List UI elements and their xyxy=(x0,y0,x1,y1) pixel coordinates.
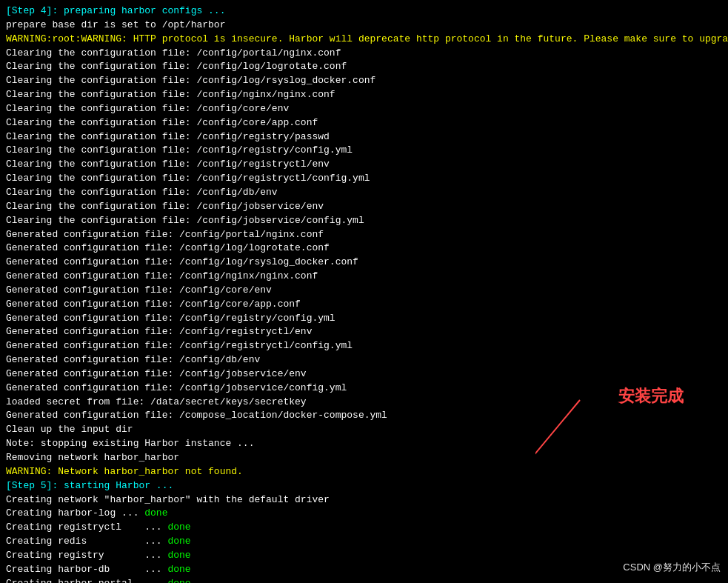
terminal-line: Generated configuration file: /config/db… xyxy=(6,353,722,367)
annotation-text: 安装完成 xyxy=(618,385,684,407)
terminal-line: Generated configuration file: /config/re… xyxy=(6,339,722,353)
terminal-line: WARNING: Network harbor_harbor not found… xyxy=(6,465,722,479)
terminal-line: Creating network "harbor_harbor" with th… xyxy=(6,493,722,507)
terminal-line: Generated configuration file: /config/ng… xyxy=(6,270,722,284)
terminal-line: [Step 4]: preparing harbor configs ... xyxy=(6,4,722,19)
terminal-line: Creating harbor-portal ... done xyxy=(6,577,722,583)
terminal-line: Generated configuration file: /config/po… xyxy=(6,228,722,242)
terminal-line: Creating redis ... done xyxy=(6,535,722,549)
terminal-line: Clearing the configuration file: /config… xyxy=(6,74,722,88)
terminal-line: Generated configuration file: /config/co… xyxy=(6,298,722,312)
terminal-line: Clearing the configuration file: /config… xyxy=(6,130,722,144)
watermark: CSDN @努力的小不点 xyxy=(623,561,721,574)
terminal-line: Creating harbor-db ... done xyxy=(6,563,722,577)
terminal-line: prepare base dir is set to /opt/harbor xyxy=(6,19,722,33)
terminal-line: Clearing the configuration file: /config… xyxy=(6,88,722,102)
terminal-line: Generated configuration file: /config/re… xyxy=(6,325,722,339)
terminal-line: Note: stopping existing Harbor instance … xyxy=(6,437,722,451)
terminal-line: [Step 5]: starting Harbor ... xyxy=(6,479,722,493)
terminal-line: Creating registry ... done xyxy=(6,549,722,563)
terminal-line: Generated configuration file: /config/lo… xyxy=(6,256,722,270)
terminal-line: Clearing the configuration file: /config… xyxy=(6,172,722,186)
terminal-line: WARNING:root:WARNING: HTTP protocol is i… xyxy=(6,33,722,47)
terminal-line: Clearing the configuration file: /config… xyxy=(6,102,722,116)
terminal-line: Removing network harbor_harbor xyxy=(6,451,722,465)
terminal-line: Creating registryctl ... done xyxy=(6,521,722,535)
terminal-line: Generated configuration file: /config/jo… xyxy=(6,382,722,396)
terminal-line: Generated configuration file: /config/jo… xyxy=(6,367,722,382)
terminal-line: Clearing the configuration file: /config… xyxy=(6,186,722,200)
terminal-line: Clearing the configuration file: /config… xyxy=(6,116,722,130)
terminal-line: Clearing the configuration file: /config… xyxy=(6,200,722,214)
terminal-line: loaded secret from file: /data/secret/ke… xyxy=(6,396,722,410)
terminal-line: Generated configuration file: /compose_l… xyxy=(6,409,722,423)
terminal-line: Clearing the configuration file: /config… xyxy=(6,47,722,61)
terminal-line: Clearing the configuration file: /config… xyxy=(6,60,722,74)
terminal-line: Generated configuration file: /config/co… xyxy=(6,284,722,298)
terminal-line: Creating harbor-log ... done xyxy=(6,507,722,521)
terminal-line: Clearing the configuration file: /config… xyxy=(6,214,722,228)
terminal-line: Clearing the configuration file: /config… xyxy=(6,158,722,172)
terminal-line: Clearing the configuration file: /config… xyxy=(6,144,722,158)
terminal-line: Generated configuration file: /config/re… xyxy=(6,312,722,326)
terminal: [Step 4]: preparing harbor configs ...pr… xyxy=(0,0,728,583)
terminal-line: Clean up the input dir xyxy=(6,423,722,437)
terminal-line: Generated configuration file: /config/lo… xyxy=(6,241,722,256)
